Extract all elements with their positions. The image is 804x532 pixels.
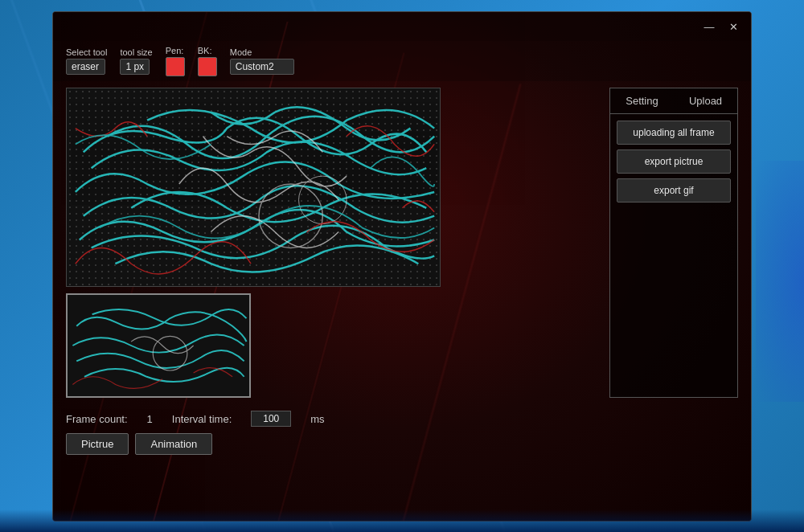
thumbnail-drawing	[68, 295, 249, 396]
animation-button[interactable]: Animation	[135, 433, 212, 455]
interval-unit: ms	[310, 413, 324, 425]
app-window: — ✕ Select tool eraser pen fill tool siz…	[52, 11, 752, 522]
export-picture-button[interactable]: export pictrue	[617, 149, 731, 174]
select-tool-group: Select tool eraser pen fill	[66, 47, 107, 75]
close-button[interactable]: ✕	[722, 17, 745, 36]
title-bar: — ✕	[53, 12, 751, 41]
left-area	[66, 88, 597, 398]
tab-setting[interactable]: Setting	[610, 88, 674, 113]
frame-count-label: Frame count:	[66, 413, 128, 425]
svg-point-0	[259, 184, 322, 248]
toolbar: Select tool eraser pen fill tool size 1 …	[53, 41, 751, 81]
tab-upload[interactable]: Upload	[674, 88, 737, 113]
select-tool-label: Select tool	[66, 47, 107, 57]
tool-size-group: tool size 1 px 2 px 4 px 8 px	[120, 47, 152, 75]
right-accent	[756, 161, 804, 402]
upload-all-frames-button[interactable]: uploading all frame	[617, 121, 731, 145]
mode-button-group: Pictrue Animation	[66, 433, 738, 455]
pen-color-swatch[interactable]	[166, 57, 185, 76]
mode-group: Mode Custom2 Custom1 Normal	[230, 47, 294, 75]
bk-color-group: BK:	[198, 46, 217, 76]
frame-info: Frame count: 1 Interval time: ms	[66, 411, 738, 427]
mode-dropdown-wrapper: Custom2 Custom1 Normal	[230, 59, 294, 75]
tool-dropdown[interactable]: eraser pen fill	[66, 59, 105, 75]
interval-label: Interval time:	[172, 413, 232, 425]
right-panel: Setting Upload uploading all frame expor…	[609, 88, 738, 398]
tool-size-label: tool size	[120, 47, 152, 57]
interval-input[interactable]	[251, 411, 291, 427]
thumbnail-canvas[interactable]	[66, 293, 251, 398]
bk-label: BK:	[198, 46, 217, 55]
size-dropdown-wrapper: 1 px 2 px 4 px 8 px	[120, 59, 152, 75]
minimize-button[interactable]: —	[698, 17, 720, 36]
picture-button[interactable]: Pictrue	[66, 433, 129, 455]
tool-dropdown-wrapper: eraser pen fill	[66, 59, 107, 75]
panel-tabs: Setting Upload	[610, 88, 737, 114]
export-gif-button[interactable]: export gif	[617, 178, 731, 203]
canvas-drawing	[67, 88, 440, 286]
panel-buttons: uploading all frame export pictrue expor…	[610, 114, 737, 209]
size-dropdown[interactable]: 1 px 2 px 4 px 8 px	[120, 59, 150, 75]
main-content: Setting Upload uploading all frame expor…	[53, 81, 751, 404]
main-canvas[interactable]	[66, 88, 441, 287]
frame-count-value: 1	[147, 413, 153, 425]
bk-color-swatch[interactable]	[198, 57, 217, 76]
taskbar-gradient	[0, 509, 804, 532]
pen-color-group: Pen:	[166, 46, 185, 76]
mode-dropdown[interactable]: Custom2 Custom1 Normal	[230, 59, 294, 75]
mode-label: Mode	[230, 47, 294, 57]
bottom-controls: Frame count: 1 Interval time: ms Pictrue…	[53, 404, 751, 461]
pen-label: Pen:	[166, 46, 185, 55]
